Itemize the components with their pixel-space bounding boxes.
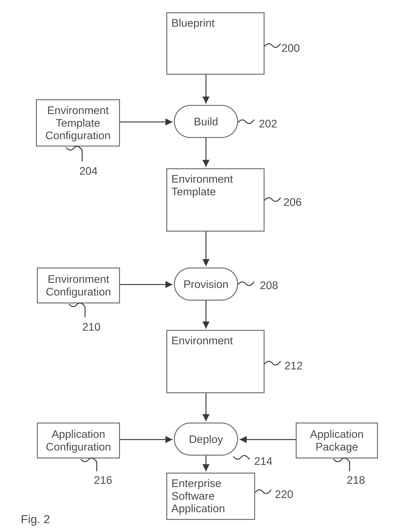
node-ent-app-label: Enterprise Software Application <box>171 477 225 514</box>
ref-blueprint: 200 <box>281 42 300 54</box>
ref-ent-app: 220 <box>275 488 293 500</box>
ref-build: 202 <box>259 117 277 130</box>
node-env-cfg-label: Environment Configuration <box>46 273 111 298</box>
node-deploy: Deploy <box>174 423 238 456</box>
node-env-label: Environment <box>171 334 233 347</box>
ref-deploy: 214 <box>254 455 272 467</box>
figure-label: Fig. 2 <box>21 512 50 526</box>
ref-app-cfg: 216 <box>94 474 112 486</box>
ref-app-pkg: 218 <box>347 474 365 486</box>
node-blueprint-label: Blueprint <box>171 17 215 29</box>
ref-env-cfg: 210 <box>82 321 101 333</box>
ref-env-tpl: 206 <box>283 196 302 208</box>
node-app-cfg-label: Application Configuration <box>46 428 111 453</box>
node-provision-label: Provision <box>184 278 229 290</box>
node-env-tpl-cfg: Environment Template Configuration <box>36 99 120 146</box>
node-env-tpl: Environment Template <box>166 168 265 232</box>
node-deploy-label: Deploy <box>189 433 223 446</box>
ref-env-tpl-cfg: 204 <box>79 164 98 177</box>
node-app-cfg: Application Configuration <box>37 423 120 458</box>
node-app-pkg-label: Application Package <box>310 428 364 453</box>
diagram-canvas: Blueprint 200 Build 202 Environment Temp… <box>0 0 411 532</box>
node-app-pkg: Application Package <box>296 423 378 458</box>
node-build-label: Build <box>194 115 218 128</box>
node-ent-app: Enterprise Software Application <box>166 473 255 520</box>
node-env-cfg: Environment Configuration <box>37 267 120 304</box>
node-build: Build <box>174 105 238 138</box>
node-blueprint: Blueprint <box>166 12 265 75</box>
node-env-tpl-label: Environment Template <box>171 173 233 198</box>
node-env-tpl-cfg-label: Environment Template Configuration <box>45 104 111 142</box>
ref-env: 212 <box>284 359 303 372</box>
node-provision: Provision <box>174 267 238 301</box>
node-env: Environment <box>166 330 265 393</box>
ref-provision: 208 <box>260 279 278 292</box>
